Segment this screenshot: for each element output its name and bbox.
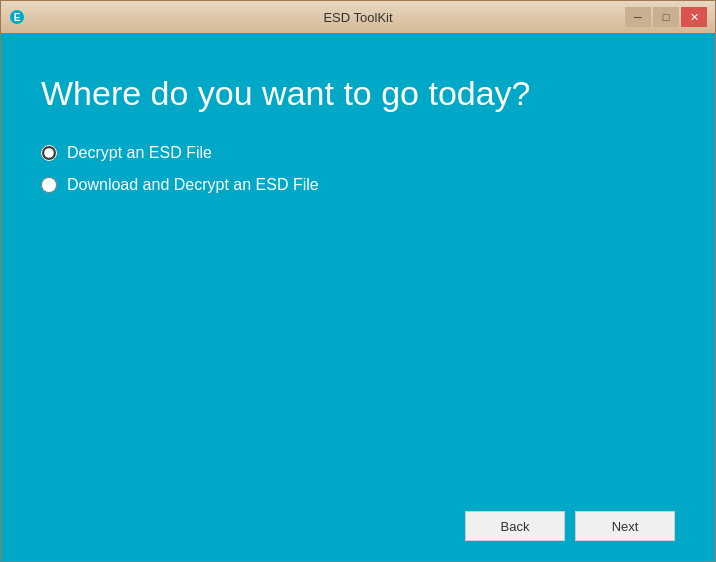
window-title: ESD ToolKit: [323, 10, 392, 25]
options-list: Decrypt an ESD File Download and Decrypt…: [41, 144, 675, 194]
option-1-label: Decrypt an ESD File: [67, 144, 212, 162]
title-bar: E ESD ToolKit ─ □ ✕: [1, 1, 715, 33]
title-bar-controls: ─ □ ✕: [625, 7, 707, 27]
option-1-radio[interactable]: [41, 145, 57, 161]
option-2-item[interactable]: Download and Decrypt an ESD File: [41, 176, 675, 194]
maximize-button[interactable]: □: [653, 7, 679, 27]
minimize-button[interactable]: ─: [625, 7, 651, 27]
main-window: E ESD ToolKit ─ □ ✕ Where do you want to…: [0, 0, 716, 562]
close-button[interactable]: ✕: [681, 7, 707, 27]
back-button[interactable]: Back: [465, 511, 565, 541]
option-1-item[interactable]: Decrypt an ESD File: [41, 144, 675, 162]
footer: Back Next: [41, 501, 675, 541]
title-bar-left: E: [9, 9, 25, 25]
app-icon: E: [9, 9, 25, 25]
next-button[interactable]: Next: [575, 511, 675, 541]
option-2-label: Download and Decrypt an ESD File: [67, 176, 319, 194]
option-2-radio[interactable]: [41, 177, 57, 193]
svg-text:E: E: [14, 12, 21, 23]
page-heading: Where do you want to go today?: [41, 73, 675, 114]
content-area: Where do you want to go today? Decrypt a…: [1, 33, 715, 561]
